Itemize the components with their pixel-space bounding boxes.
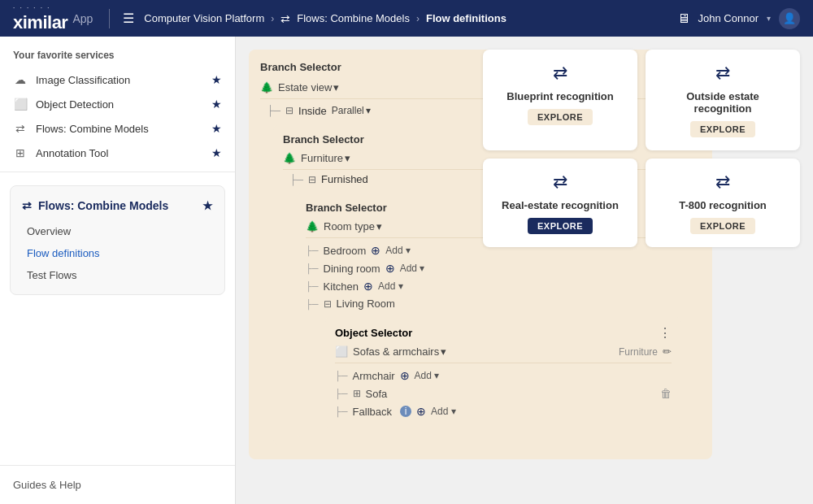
sidebar-nav-test-flows[interactable]: Test Flows (11, 264, 224, 286)
model-name-blueprint: Blueprint recognition (506, 90, 613, 102)
fallback-info-icon: i (400, 406, 411, 417)
star-icon-ic[interactable]: ★ (211, 73, 222, 86)
dining-add-btn[interactable]: Add ▾ (400, 263, 425, 274)
user-name: John Connor (698, 12, 759, 24)
model-icon-blueprint: ⇄ (553, 63, 567, 84)
model-icon-t800: ⇄ (715, 172, 730, 193)
breadcrumb-flows[interactable]: Flows: Combine Models (297, 12, 410, 24)
logo-text: · · · · · · ximilar (13, 4, 67, 33)
menu-icon[interactable]: ☰ (123, 11, 134, 26)
furnished-connector: ├─ (289, 174, 303, 185)
user-avatar[interactable]: 👤 (779, 8, 800, 29)
sidebar-item-flows[interactable]: ⇄ Flows: Combine Models ★ (0, 116, 235, 141)
sofa-delete-icon[interactable]: 🗑 (660, 387, 672, 400)
sofa-row: ├─ ⊞ Sofa 🗑 (335, 385, 672, 402)
fallback-add-circle[interactable]: ⊕ (416, 405, 426, 418)
tree-branch-connector: ├─ (267, 105, 280, 116)
furnished-box-icon: ⊟ (308, 174, 316, 185)
sidebar-item-annotation[interactable]: ⊞ Annotation Tool ★ (0, 141, 235, 165)
square-icon: ⊟ (285, 105, 293, 116)
breadcrumb-sep-1: › (271, 13, 274, 24)
breadcrumb-platform[interactable]: Computer Vision Platform (144, 12, 264, 24)
living-connector: ├─ (306, 299, 319, 309)
content-area: Branch Selector ⋮ 🌲 Estate view ▾ View ✏… (236, 37, 813, 504)
model-name-t800: T-800 recognition (679, 199, 767, 211)
furniture-dropdown[interactable]: Furniture ▾ (301, 152, 350, 164)
object-selector-tree: ├─ Armchair ⊕ Add ▾ ├─ ⊞ Sofa (335, 363, 672, 420)
sofa-label: Sofa (366, 388, 388, 400)
estate-view-dropdown[interactable]: Estate view ▾ (278, 81, 339, 93)
sofa-connector: ├─ (335, 389, 348, 398)
kitchen-add-circle[interactable]: ⊕ (363, 280, 373, 293)
model-card-outside: ⇄ Outside estate recognition EXPLORE (646, 50, 800, 150)
main-layout: Your favorite services ☁ Image Classific… (0, 37, 813, 504)
bedroom-add-circle[interactable]: ⊕ (371, 244, 380, 257)
furnished-label: Furnished (321, 173, 368, 185)
parallel-dropdown[interactable]: Parallel ▾ (332, 105, 371, 116)
dining-add-circle[interactable]: ⊕ (385, 262, 395, 275)
kitchen-add-btn[interactable]: Add ▾ (378, 280, 403, 292)
star-icon-flows[interactable]: ★ (211, 122, 222, 135)
sidebar: Your favorite services ☁ Image Classific… (0, 37, 236, 504)
sofas-edit-icon[interactable]: ✏ (663, 345, 672, 358)
model-card-t800: ⇄ T-800 recognition EXPLORE (646, 159, 800, 247)
armchair-add-btn[interactable]: Add ▾ (415, 370, 440, 381)
explore-btn-real-estate[interactable]: EXPLORE (528, 218, 593, 234)
armchair-add-circle[interactable]: ⊕ (400, 369, 410, 382)
sidebar-item-object-detection[interactable]: ⬜ Object Detection ★ (0, 92, 235, 116)
armchair-row: ├─ Armchair ⊕ Add ▾ (335, 367, 672, 385)
sidebar-item-image-classification[interactable]: ☁ Image Classification ★ (0, 67, 235, 92)
star-icon-od[interactable]: ★ (211, 98, 222, 111)
kitchen-connector: ├─ (306, 281, 319, 291)
model-name-outside: Outside estate recognition (659, 90, 787, 115)
fallback-connector: ├─ (335, 406, 348, 416)
guides-help[interactable]: Guides & Help (0, 465, 235, 504)
room-type-dropdown[interactable]: Room type ▾ (324, 220, 382, 232)
model-card-real-estate: ⇄ Real-estate recognition EXPLORE (483, 159, 637, 247)
model-icon-real-estate: ⇄ (553, 172, 567, 193)
explore-btn-outside[interactable]: EXPLORE (690, 121, 755, 137)
explore-btn-blueprint[interactable]: EXPLORE (528, 109, 593, 125)
breadcrumb-sep-2: › (416, 13, 420, 24)
models-panel: ⇄ Blueprint recognition EXPLORE ⇄ Outsid… (483, 50, 800, 247)
object-selector-title: Object Selector (335, 327, 412, 339)
sidebar-nav-overview[interactable]: Overview (11, 220, 224, 242)
explore-btn-t800[interactable]: EXPLORE (690, 218, 755, 234)
breadcrumb-flow-defs[interactable]: Flow definitions (426, 12, 506, 24)
flows-icon: ⇄ (280, 12, 290, 25)
dining-connector: ├─ (306, 263, 319, 273)
model-icon-outside: ⇄ (715, 63, 730, 84)
room-type-branch-title: Branch Selector (306, 202, 387, 214)
image-classification-icon: ☁ (13, 73, 28, 86)
fallback-add-btn[interactable]: Add ▾ (431, 406, 456, 417)
topnav: · · · · · · ximilar App ☰ Computer Visio… (0, 0, 813, 37)
armchair-label: Armchair (353, 370, 395, 382)
bedroom-connector: ├─ (306, 245, 319, 255)
object-selector-menu[interactable]: ⋮ (659, 325, 672, 341)
sidebar-item-label-ann: Annotation Tool (36, 147, 203, 159)
user-dropdown-arrow[interactable]: ▾ (767, 14, 771, 23)
armchair-connector: ├─ (335, 371, 348, 380)
sofas-dropdown[interactable]: Sofas & armchairs ▾ (353, 345, 446, 358)
flows-nav-star[interactable]: ★ (202, 199, 213, 212)
object-selector-card: Object Selector ⋮ ⬜ Sofas & armchairs ▾ … (325, 317, 681, 428)
flows-nav-icon: ⇄ (22, 199, 32, 212)
main-branch-title: Branch Selector (260, 61, 341, 73)
user-icon: 👤 (783, 12, 796, 24)
favorites-title: Your favorite services (0, 37, 235, 67)
sidebar-divider (0, 172, 235, 172)
bedroom-add-btn[interactable]: Add ▾ (385, 245, 411, 256)
breadcrumb: Computer Vision Platform › ⇄ Flows: Comb… (144, 12, 676, 25)
living-room-row: ├─ ⊟ Living Room (306, 295, 681, 312)
star-icon-ann[interactable]: ★ (211, 146, 222, 159)
fallback-label: Fallback (353, 406, 392, 418)
sidebar-item-label-ic: Image Classification (36, 74, 203, 86)
kitchen-label: Kitchen (324, 280, 359, 293)
sidebar-nav-flow-defs[interactable]: Flow definitions (11, 242, 224, 264)
inside-label: Inside (298, 105, 327, 117)
object-detection-icon: ⬜ (13, 98, 28, 111)
furniture-tree-icon: 🌲 (283, 152, 296, 164)
furniture-tag: Furniture (619, 346, 658, 358)
topnav-right: 🖥 John Connor ▾ 👤 (677, 8, 800, 29)
annotation-icon: ⊞ (13, 146, 28, 159)
